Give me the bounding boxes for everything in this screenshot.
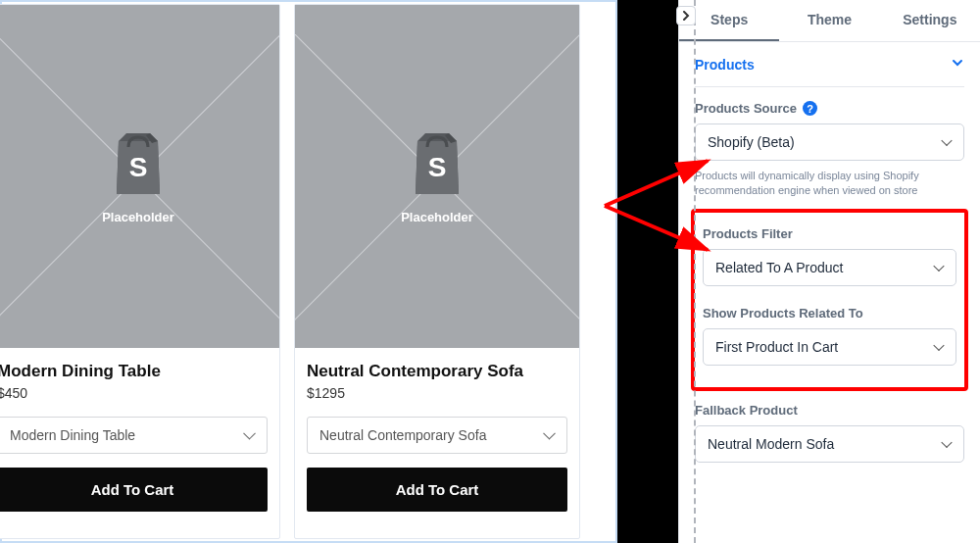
fallback-product-select[interactable]: Neutral Modern Sofa [695,425,964,463]
variant-select[interactable]: Neutral Contemporary Sofa [307,417,567,454]
product-card: S Placeholder Modern Dining Table $450 M… [0,4,280,539]
fallback-product-label: Fallback Product [695,403,964,418]
products-filter-label: Products Filter [703,226,956,241]
products-source-select[interactable]: Shopify (Beta) [695,123,964,161]
placeholder-image: S Placeholder [295,5,579,348]
panel-divider [694,0,696,543]
help-icon[interactable]: ? [803,101,817,116]
product-price: $450 [0,385,268,401]
panel-tabs: Steps Theme Settings [679,0,980,42]
svg-text:S: S [428,152,447,182]
add-to-cart-button[interactable]: Add To Cart [307,468,567,512]
placeholder-image: S Placeholder [0,5,279,348]
placeholder-label: Placeholder [401,210,473,224]
product-title: Neutral Contemporary Sofa [307,362,567,381]
preview-canvas: S Placeholder Modern Dining Table $450 M… [0,0,617,543]
tab-theme[interactable]: Theme [779,0,879,41]
tab-settings[interactable]: Settings [880,0,980,41]
product-price: $1295 [307,385,567,401]
canvas-gutter [617,0,678,543]
related-to-label: Show Products Related To [703,306,956,321]
highlighted-settings: Products Filter Related To A Product Sho… [691,209,968,391]
product-title: Modern Dining Table [0,362,268,381]
shopify-bag-icon: S [406,129,468,198]
placeholder-label: Placeholder [102,210,174,224]
products-section-header[interactable]: Products [695,42,964,87]
chevron-right-icon [681,11,691,21]
products-source-helper: Products will dynamically display using … [695,169,964,199]
chevron-down-icon [951,56,964,73]
section-title: Products [695,57,755,73]
related-to-select[interactable]: First Product In Cart [703,328,956,366]
products-source-label: Products Source ? [695,101,964,116]
panel-collapse-handle[interactable] [676,6,696,25]
variant-select[interactable]: Modern Dining Table [0,417,268,454]
settings-panel: Steps Theme Settings Products Products S… [678,0,980,543]
svg-text:S: S [129,152,148,182]
product-card: S Placeholder Neutral Contemporary Sofa … [294,4,580,539]
add-to-cart-button[interactable]: Add To Cart [0,468,268,512]
products-filter-select[interactable]: Related To A Product [703,249,956,286]
shopify-bag-icon: S [107,129,170,198]
